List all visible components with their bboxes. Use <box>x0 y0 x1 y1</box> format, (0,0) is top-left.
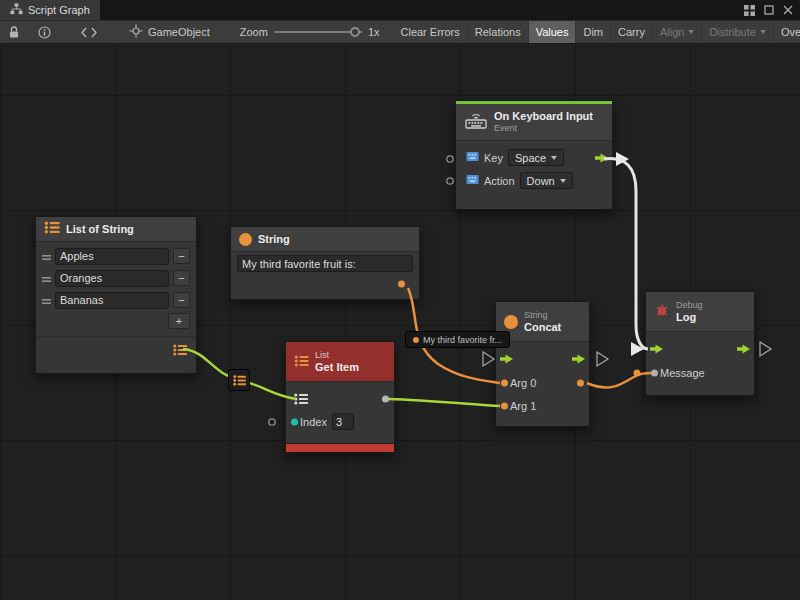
dim-button[interactable]: Dim <box>575 21 610 43</box>
window-controls <box>744 0 800 20</box>
remove-item-button[interactable]: − <box>173 270 190 286</box>
arg0-input-port[interactable] <box>501 379 508 386</box>
relation-triangle <box>483 352 494 366</box>
panel-menu-icon[interactable] <box>744 5 755 16</box>
distribute-button[interactable]: Distribute <box>701 21 772 43</box>
zoom-slider-track[interactable] <box>274 31 362 33</box>
graph-canvas[interactable]: On Keyboard Input Event Key Space <box>0 45 800 600</box>
index-label: Index <box>300 416 327 428</box>
align-label: Align <box>660 26 684 38</box>
result-output-port[interactable] <box>577 379 584 386</box>
caret-down-icon <box>688 30 694 34</box>
control-output-port[interactable] <box>572 354 585 364</box>
caret-down-icon <box>560 179 566 183</box>
list-item-row: − <box>36 289 196 311</box>
drag-handle-icon[interactable] <box>42 291 51 309</box>
node-string-literal[interactable]: String <box>230 226 420 300</box>
relation-triangle <box>760 342 771 356</box>
arg1-label: Arg 1 <box>510 400 536 412</box>
string-icon <box>504 315 518 329</box>
index-input[interactable] <box>332 413 354 430</box>
item-output-port[interactable] <box>382 395 389 402</box>
list-output-port[interactable] <box>173 344 187 356</box>
wire-direction-arrow <box>631 342 644 356</box>
relation-triangle <box>597 352 608 366</box>
lock-icon[interactable] <box>2 21 26 43</box>
gameobject-selector[interactable]: GameObject <box>121 24 218 40</box>
list-item-input[interactable] <box>55 248 169 265</box>
node-header[interactable]: Debug Log <box>646 292 754 332</box>
list-input-port[interactable] <box>294 393 308 405</box>
keyboard-icon <box>464 111 488 133</box>
node-log[interactable]: Debug Log Message <box>645 291 755 396</box>
action-label: Action <box>484 175 515 187</box>
unconnected-port <box>447 156 453 162</box>
message-input-port[interactable] <box>651 369 658 376</box>
string-output-port[interactable] <box>398 281 405 288</box>
node-header[interactable]: List Get Item <box>286 342 394 382</box>
info-icon[interactable] <box>32 21 57 43</box>
wire-list-badge <box>228 369 250 391</box>
node-header[interactable]: String <box>231 227 419 252</box>
drag-handle-icon[interactable] <box>42 269 51 287</box>
node-category: Debug <box>676 300 703 311</box>
control-input-port[interactable] <box>650 344 663 354</box>
arg1-input-port[interactable] <box>501 402 508 409</box>
node-header[interactable]: List of String <box>36 217 196 242</box>
add-item-button[interactable]: + <box>168 313 190 329</box>
remove-item-button[interactable]: − <box>173 248 190 264</box>
code-view-icon[interactable] <box>75 21 103 43</box>
graph-icon <box>10 3 23 17</box>
carry-button[interactable]: Carry <box>610 21 652 43</box>
tab-script-graph[interactable]: Script Graph <box>0 0 100 20</box>
action-dropdown[interactable]: Down <box>520 172 573 189</box>
window-titlebar: Script Graph <box>0 0 800 20</box>
node-title: Concat <box>524 321 561 334</box>
value-dot-icon <box>413 337 419 343</box>
gameobject-label: GameObject <box>148 26 210 38</box>
node-get-item[interactable]: List Get Item Index <box>285 341 395 453</box>
node-title: Get Item <box>315 361 359 374</box>
list-item-input[interactable] <box>55 292 169 309</box>
arg0-label: Arg 0 <box>510 377 536 389</box>
control-input-port[interactable] <box>500 354 513 364</box>
overview-button[interactable]: Overv <box>773 21 800 43</box>
caret-down-icon <box>551 156 557 160</box>
node-header[interactable]: On Keyboard Input Event <box>456 104 612 141</box>
control-output-port[interactable] <box>737 344 750 354</box>
string-output-row <box>237 272 413 296</box>
tab-label: Script Graph <box>28 4 90 16</box>
drag-handle-icon[interactable] <box>42 247 51 265</box>
key-dropdown[interactable]: Space <box>508 149 564 166</box>
values-button[interactable]: Values <box>528 21 576 43</box>
index-input-port[interactable] <box>291 418 298 425</box>
string-icon <box>239 233 252 246</box>
relations-button[interactable]: Relations <box>467 21 528 43</box>
action-row: Action Down <box>456 169 612 192</box>
message-row: Message <box>646 361 754 384</box>
error-strip <box>286 443 394 452</box>
align-button[interactable]: Align <box>652 21 701 43</box>
node-category: String <box>524 310 561 321</box>
control-output-port[interactable] <box>595 153 608 163</box>
clear-errors-button[interactable]: Clear Errors <box>394 21 467 43</box>
key-value: Space <box>515 152 546 164</box>
maximize-icon[interactable] <box>764 5 774 15</box>
bug-icon <box>654 302 670 322</box>
string-value-input[interactable] <box>237 255 413 272</box>
unconnected-port <box>269 419 275 425</box>
node-concat[interactable]: String Concat Arg 0 <box>495 301 590 427</box>
list-icon <box>44 220 60 238</box>
node-list-of-string[interactable]: List of String − − <box>35 216 197 374</box>
wire-getitem-to-concat <box>388 399 500 406</box>
wire-concat-to-log <box>587 373 652 387</box>
zoom-slider-knob[interactable] <box>350 27 360 37</box>
unconnected-port <box>447 178 453 184</box>
list-icon <box>294 353 309 371</box>
key-label: Key <box>484 152 503 164</box>
zoom-slider[interactable] <box>274 26 362 38</box>
node-on-keyboard-input[interactable]: On Keyboard Input Event Key Space <box>455 100 613 210</box>
remove-item-button[interactable]: − <box>173 292 190 308</box>
close-icon[interactable] <box>783 5 793 15</box>
list-item-input[interactable] <box>55 270 169 287</box>
